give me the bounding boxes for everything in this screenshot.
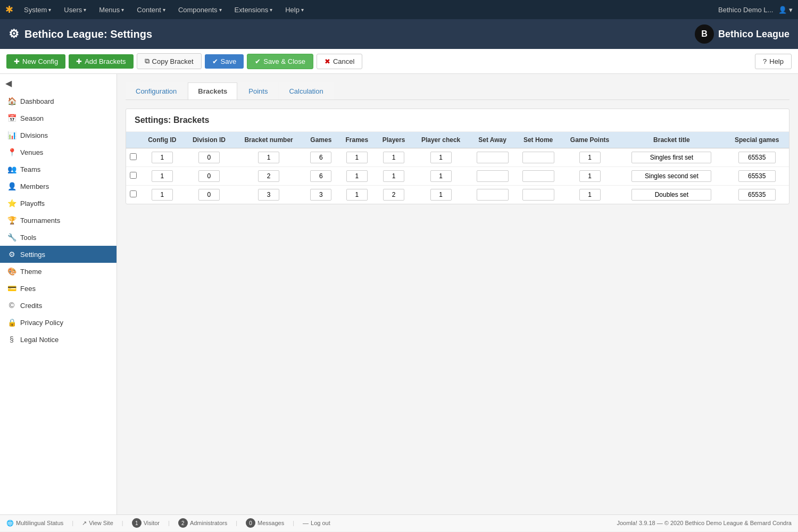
- sidebar-item-dashboard[interactable]: 🏠 Dashboard: [0, 93, 117, 110]
- footer-view-site[interactable]: ↗ View Site: [82, 520, 113, 527]
- copy-icon: ⧉: [145, 57, 149, 65]
- admin-badge: 2: [178, 518, 188, 528]
- sidebar-item-privacy[interactable]: 🔒 Privacy Policy: [0, 314, 117, 331]
- config-id-2[interactable]: [152, 189, 173, 201]
- tab-configuration[interactable]: Configuration: [126, 82, 187, 99]
- player-check-2[interactable]: [430, 189, 452, 201]
- row-checkbox-0[interactable]: [130, 153, 137, 160]
- tab-brackets[interactable]: Brackets: [188, 82, 237, 99]
- cancel-button[interactable]: ✖ Cancel: [317, 54, 362, 69]
- nav-content[interactable]: Content ▾: [131, 3, 171, 17]
- division-id-2[interactable]: [198, 189, 220, 201]
- joomla-info: Joomla! 3.9.18 — © 2020 Bethico Demo Lea…: [617, 520, 792, 526]
- bracket-title-0[interactable]: [631, 152, 711, 163]
- tab-calculation-label: Calculation: [289, 87, 323, 95]
- bracket-number-0[interactable]: [258, 152, 279, 163]
- frames-2[interactable]: [346, 189, 368, 201]
- games-0[interactable]: [310, 152, 331, 163]
- nav-system[interactable]: System ▾: [19, 3, 56, 17]
- games-2[interactable]: [310, 189, 331, 201]
- division-id-0[interactable]: [198, 152, 220, 163]
- sidebar-item-season[interactable]: 📅 Season: [0, 110, 117, 127]
- special-games-2[interactable]: [738, 189, 776, 201]
- demo-site-link[interactable]: Bethico Demo L...: [718, 6, 773, 14]
- set-home-2[interactable]: [522, 189, 554, 201]
- sidebar-item-tools[interactable]: 🔧 Tools: [0, 229, 117, 246]
- fees-icon: 💳: [7, 284, 16, 293]
- sidebar-item-divisions[interactable]: 📊 Divisions: [0, 127, 117, 144]
- frames-1[interactable]: [346, 170, 368, 182]
- col-game-points: Game Points: [561, 132, 619, 148]
- player-check-0[interactable]: [430, 152, 452, 163]
- view-site-icon: ↗: [82, 520, 87, 527]
- header-title-group: ⚙ Bethico League: Settings: [9, 27, 152, 41]
- player-check-1[interactable]: [430, 170, 452, 182]
- sidebar-item-fees[interactable]: 💳 Fees: [0, 280, 117, 297]
- config-id-1[interactable]: [152, 170, 173, 182]
- players-0[interactable]: [383, 152, 404, 163]
- players-1[interactable]: [383, 170, 404, 182]
- add-brackets-button[interactable]: ✚ Add Brackets: [69, 54, 133, 69]
- multilingual-label: Multilingual Status: [16, 520, 63, 526]
- set-away-2[interactable]: [477, 189, 509, 201]
- nav-extensions[interactable]: Extensions ▾: [229, 3, 278, 17]
- nav-components[interactable]: Components ▾: [173, 3, 227, 17]
- new-config-button[interactable]: ✚ New Config: [6, 54, 65, 69]
- set-home-0[interactable]: [522, 152, 554, 163]
- save-icon: ✔: [212, 57, 218, 65]
- set-home-1[interactable]: [522, 170, 554, 182]
- tab-configuration-label: Configuration: [136, 87, 177, 95]
- cancel-icon: ✖: [325, 57, 330, 65]
- sidebar-label-tournaments: Tournaments: [20, 217, 60, 225]
- footer-logout[interactable]: — Log out: [303, 520, 330, 526]
- col-players: Players: [375, 132, 412, 148]
- sidebar-item-settings[interactable]: ⚙ Settings: [0, 246, 117, 263]
- col-checkbox: [126, 132, 140, 148]
- game-points-1[interactable]: [579, 170, 601, 182]
- tab-brackets-label: Brackets: [198, 87, 227, 95]
- save-button[interactable]: ✔ Save: [205, 54, 244, 69]
- nav-help[interactable]: Help ▾: [280, 3, 309, 17]
- logo-letter: B: [701, 29, 708, 39]
- frames-0[interactable]: [346, 152, 368, 163]
- tab-points[interactable]: Points: [238, 82, 278, 99]
- division-id-1[interactable]: [198, 170, 220, 182]
- sidebar-item-tournaments[interactable]: 🏆 Tournaments: [0, 212, 117, 229]
- settings-icon: ⚙: [7, 250, 16, 259]
- game-points-2[interactable]: [579, 189, 601, 201]
- help-button[interactable]: ? Help: [755, 54, 792, 69]
- row-checkbox-2[interactable]: [130, 190, 137, 197]
- copy-bracket-button[interactable]: ⧉ Copy Bracket: [137, 53, 202, 69]
- sidebar-item-teams[interactable]: 👥 Teams: [0, 161, 117, 178]
- nav-menus[interactable]: Menus ▾: [94, 3, 129, 17]
- bracket-title-2[interactable]: [631, 189, 711, 201]
- panel-title: Settings: Brackets: [126, 109, 789, 132]
- bracket-number-2[interactable]: [258, 189, 279, 201]
- config-id-0[interactable]: [152, 152, 173, 163]
- sidebar-item-venues[interactable]: 📍 Venues: [0, 144, 117, 161]
- save-close-button[interactable]: ✔ Save & Close: [247, 54, 313, 69]
- sidebar-item-credits[interactable]: © Credits: [0, 297, 117, 314]
- sidebar-item-legal[interactable]: § Legal Notice: [0, 331, 117, 348]
- sidebar-toggle[interactable]: ◀: [0, 74, 117, 93]
- row-checkbox-1[interactable]: [130, 172, 137, 179]
- tab-calculation[interactable]: Calculation: [279, 82, 333, 99]
- sidebar-item-members[interactable]: 👤 Members: [0, 178, 117, 195]
- games-1[interactable]: [310, 170, 331, 182]
- cancel-label: Cancel: [333, 57, 354, 65]
- game-points-0[interactable]: [579, 152, 601, 163]
- nav-users[interactable]: Users ▾: [59, 3, 92, 17]
- set-away-0[interactable]: [477, 152, 509, 163]
- sidebar-item-playoffs[interactable]: ⭐ Playoffs: [0, 195, 117, 212]
- set-away-1[interactable]: [477, 170, 509, 182]
- bracket-title-1[interactable]: [631, 170, 711, 182]
- footer-multilingual[interactable]: 🌐 Multilingual Status: [6, 520, 63, 527]
- sidebar-item-theme[interactable]: 🎨 Theme: [0, 263, 117, 280]
- special-games-1[interactable]: [738, 170, 776, 182]
- players-2[interactable]: [383, 189, 404, 201]
- col-config-id: Config ID: [140, 132, 185, 148]
- bracket-number-1[interactable]: [258, 170, 279, 182]
- user-icon[interactable]: 👤 ▾: [778, 6, 793, 14]
- special-games-0[interactable]: [738, 152, 776, 163]
- footer-admins: 2 Administrators: [178, 518, 227, 528]
